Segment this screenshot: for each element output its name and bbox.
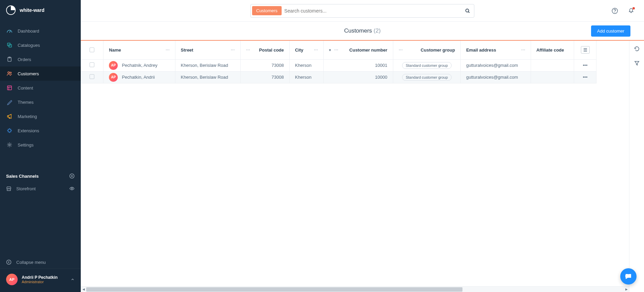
cell-postal-code: 73008 bbox=[240, 71, 289, 83]
sidebar: white-ward DashboardCataloguesOrdersCust… bbox=[0, 0, 81, 292]
storefront-icon bbox=[6, 186, 12, 191]
user-menu[interactable]: AP Andrii P Pechatkin Administrator bbox=[0, 269, 81, 292]
copy-icon bbox=[6, 42, 13, 48]
user-role: Administrator bbox=[22, 280, 67, 284]
nav-label: Extensions bbox=[18, 128, 39, 133]
column-drag-icon[interactable]: ⋯ bbox=[334, 47, 338, 52]
cell-postal-code: 73008 bbox=[240, 59, 289, 71]
table-row[interactable]: APPechatkin, AndriiKherson, Berislaw Roa… bbox=[81, 71, 596, 83]
svg-point-6 bbox=[10, 72, 12, 74]
nav-item-orders[interactable]: Orders bbox=[0, 52, 81, 66]
user-avatar: AP bbox=[6, 274, 18, 285]
nav-item-settings[interactable]: Settings bbox=[0, 138, 81, 152]
plugin-icon bbox=[6, 127, 13, 134]
nav-label: Content bbox=[18, 85, 33, 91]
cell-street: Kherson, Berislaw Road bbox=[175, 59, 240, 71]
nav-item-marketing[interactable]: Marketing bbox=[0, 109, 81, 123]
svg-rect-7 bbox=[7, 86, 12, 90]
scroll-left-icon[interactable]: ◀ bbox=[81, 288, 86, 291]
cell-affiliate-code bbox=[531, 59, 574, 71]
customers-table: Name⋯ Street⋯ ⋯Postal code City⋯ ▾⋯Custo… bbox=[81, 41, 596, 83]
column-customer-number[interactable]: ▾⋯Customer number bbox=[323, 41, 393, 59]
nav-item-dashboard[interactable]: Dashboard bbox=[0, 24, 81, 38]
svg-point-5 bbox=[8, 72, 10, 74]
nav-label: Settings bbox=[18, 142, 34, 148]
collapse-icon bbox=[6, 259, 12, 265]
column-drag-icon[interactable]: ⋯ bbox=[521, 47, 525, 52]
scroll-right-icon[interactable]: ▶ bbox=[624, 288, 629, 291]
cell-city: Kherson bbox=[289, 59, 323, 71]
search-context-tag[interactable]: Customers bbox=[252, 6, 282, 15]
customers-table-container: Name⋯ Street⋯ ⋯Postal code City⋯ ▾⋯Custo… bbox=[81, 41, 629, 292]
notifications-icon[interactable] bbox=[628, 7, 634, 14]
sort-desc-icon[interactable]: ▾ bbox=[329, 48, 331, 52]
chevron-up-icon bbox=[71, 277, 75, 281]
horizontal-scrollbar[interactable]: ◀ ▶ bbox=[81, 286, 629, 292]
search-input[interactable] bbox=[284, 8, 460, 14]
collapse-label: Collapse menu bbox=[16, 260, 46, 265]
search-bar[interactable]: Customers bbox=[250, 4, 474, 18]
search-icon[interactable] bbox=[462, 6, 473, 16]
speedometer-icon bbox=[6, 27, 13, 34]
cell-city: Kherson bbox=[289, 71, 323, 83]
gear-icon bbox=[6, 141, 13, 148]
svg-point-13 bbox=[466, 9, 469, 12]
cell-customer-number: 10001 bbox=[323, 59, 393, 71]
channel-item[interactable]: Storefront bbox=[0, 182, 81, 195]
column-street[interactable]: Street⋯ bbox=[175, 41, 240, 59]
channel-label: Storefront bbox=[16, 186, 36, 191]
column-customer-group[interactable]: ⋯Customer group bbox=[393, 41, 460, 59]
nav-label: Customers bbox=[18, 71, 39, 76]
notification-dot bbox=[632, 7, 635, 9]
nav-item-content[interactable]: Content bbox=[0, 81, 81, 95]
nav-item-customers[interactable]: Customers bbox=[0, 66, 81, 81]
row-checkbox[interactable] bbox=[90, 62, 94, 67]
column-drag-icon[interactable]: ⋯ bbox=[399, 47, 403, 52]
nav-label: Catalogues bbox=[18, 43, 40, 48]
cell-email: gutturalvoices@gmail.com bbox=[460, 59, 531, 71]
column-email[interactable]: Email address⋯ bbox=[460, 41, 531, 59]
column-drag-icon[interactable]: ⋯ bbox=[231, 47, 235, 52]
cell-affiliate-code bbox=[531, 71, 574, 83]
eye-icon[interactable] bbox=[69, 186, 75, 191]
main-nav: DashboardCataloguesOrdersCustomersConten… bbox=[0, 24, 81, 152]
cell-street: Kherson, Berislaw Road bbox=[175, 71, 240, 83]
column-drag-icon[interactable]: ⋯ bbox=[166, 47, 170, 52]
nav-label: Marketing bbox=[18, 114, 37, 119]
column-drag-icon[interactable]: ⋯ bbox=[314, 47, 318, 52]
column-settings[interactable] bbox=[574, 41, 596, 59]
add-channel-icon[interactable] bbox=[69, 173, 75, 179]
row-actions-icon[interactable]: ••• bbox=[580, 75, 591, 80]
refresh-icon[interactable] bbox=[633, 45, 640, 52]
svg-rect-8 bbox=[8, 129, 11, 132]
column-select-all[interactable] bbox=[81, 41, 103, 59]
cell-email: gutturalvoices@gmail.com bbox=[460, 71, 531, 83]
filter-icon[interactable] bbox=[633, 60, 640, 66]
sales-channels-title: Sales Channels bbox=[6, 174, 39, 179]
column-postal-code[interactable]: ⋯Postal code bbox=[240, 41, 289, 59]
column-drag-icon[interactable]: ⋯ bbox=[246, 47, 250, 52]
collapse-menu-button[interactable]: Collapse menu bbox=[0, 256, 81, 269]
nav-item-extensions[interactable]: Extensions bbox=[0, 123, 81, 138]
help-icon[interactable] bbox=[611, 7, 618, 14]
row-checkbox[interactable] bbox=[90, 74, 94, 79]
layout-icon bbox=[6, 84, 13, 91]
right-rail bbox=[629, 41, 644, 292]
nav-item-themes[interactable]: Themes bbox=[0, 95, 81, 109]
column-city[interactable]: City⋯ bbox=[289, 41, 323, 59]
column-name[interactable]: Name⋯ bbox=[103, 41, 175, 59]
nav-item-catalogues[interactable]: Catalogues bbox=[0, 38, 81, 52]
cell-name: Pechatnik, Andrey bbox=[122, 63, 157, 68]
clipboard-icon bbox=[6, 56, 13, 63]
table-row[interactable]: APPechatnik, AndreyKherson, Berislaw Roa… bbox=[81, 59, 596, 71]
select-all-checkbox[interactable] bbox=[90, 47, 94, 52]
column-settings-icon[interactable] bbox=[581, 46, 590, 54]
column-affiliate-code[interactable]: Affiliate code bbox=[531, 41, 574, 59]
row-actions-icon[interactable]: ••• bbox=[580, 63, 591, 68]
chat-fab[interactable] bbox=[620, 268, 637, 285]
megaphone-icon bbox=[6, 113, 13, 120]
sidebar-header: white-ward bbox=[0, 0, 81, 22]
add-customer-button[interactable]: Add customer bbox=[591, 25, 630, 37]
nav-label: Dashboard bbox=[18, 28, 39, 34]
sales-channels-header: Sales Channels bbox=[0, 170, 81, 182]
